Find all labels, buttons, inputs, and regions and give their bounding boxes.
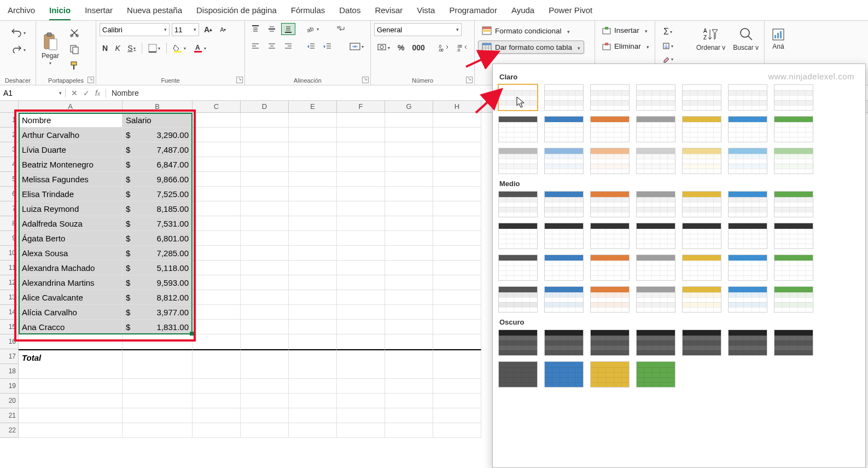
column-header-C[interactable]: C xyxy=(193,101,241,112)
column-header-F[interactable]: F xyxy=(337,101,385,112)
cell-A8[interactable]: Adalfreda Souza xyxy=(19,216,123,231)
number-format-select[interactable]: General▾ xyxy=(374,23,462,36)
cell-B6[interactable]: $7,525.00 xyxy=(123,187,193,201)
table-style-swatch[interactable] xyxy=(728,84,767,111)
table-style-swatch[interactable] xyxy=(590,84,630,111)
cell-B4[interactable]: $6,847.00 xyxy=(123,157,193,172)
cell-A9[interactable]: Ágata Berto xyxy=(19,231,123,246)
column-header-D[interactable]: D xyxy=(241,101,289,112)
table-style-swatch[interactable] xyxy=(682,191,721,217)
cell-A11[interactable]: Alexandra Machado xyxy=(19,261,123,275)
row-header-2[interactable]: 2 xyxy=(0,128,19,142)
table-style-swatch[interactable] xyxy=(498,330,538,356)
table-style-swatch[interactable] xyxy=(682,223,721,249)
table-style-swatch[interactable] xyxy=(544,84,584,111)
format-painter-button[interactable] xyxy=(67,59,82,72)
row-header-16[interactable]: 16 xyxy=(0,334,19,349)
cell-A17-total[interactable]: Total xyxy=(19,349,123,364)
menu-tab-ayuda[interactable]: Ayuda xyxy=(511,3,534,20)
menu-tab-inicio[interactable]: Inicio xyxy=(49,3,71,20)
menu-tab-vista[interactable]: Vista xyxy=(417,3,435,20)
table-style-swatch[interactable] xyxy=(636,361,675,388)
decrease-indent-button[interactable] xyxy=(304,41,318,53)
table-style-swatch[interactable] xyxy=(636,330,675,356)
table-style-swatch[interactable] xyxy=(774,223,813,249)
table-style-swatch[interactable] xyxy=(544,286,584,313)
table-style-swatch[interactable] xyxy=(728,286,767,313)
cell-B10[interactable]: $7,285.00 xyxy=(123,246,193,261)
menu-tab-datos[interactable]: Datos xyxy=(339,3,360,20)
table-style-swatch[interactable] xyxy=(636,116,675,142)
cell-B2[interactable]: $3,290.00 xyxy=(123,128,193,142)
clipboard-launcher[interactable]: ↘ xyxy=(88,77,94,83)
table-style-swatch[interactable] xyxy=(544,255,584,281)
row-header-17[interactable]: 17 xyxy=(0,349,19,364)
table-style-swatch[interactable] xyxy=(498,116,538,142)
align-left-button[interactable] xyxy=(248,41,263,53)
row-header-3[interactable]: 3 xyxy=(0,142,19,157)
clear-button[interactable] xyxy=(659,54,677,65)
column-header-B[interactable]: B xyxy=(123,101,193,112)
increase-decimal-button[interactable]: .0.00 xyxy=(435,42,452,54)
accept-formula-button[interactable]: ✓ xyxy=(83,89,90,97)
table-style-swatch[interactable] xyxy=(682,330,721,356)
table-style-swatch[interactable] xyxy=(728,148,767,174)
cell-B3[interactable]: $7,487.00 xyxy=(123,142,193,157)
align-center-button[interactable] xyxy=(265,41,279,53)
cell-B15[interactable]: $1,831.00 xyxy=(123,320,193,334)
format-as-table-button[interactable]: Dar formato como tabla xyxy=(478,41,584,54)
table-style-swatch[interactable] xyxy=(590,286,630,313)
orientation-button[interactable]: ab xyxy=(304,23,322,35)
font-launcher[interactable]: ↘ xyxy=(236,77,243,83)
cell-A6[interactable]: Elisa Trindade xyxy=(19,187,123,201)
cell-B7[interactable]: $8,185.00 xyxy=(123,201,193,216)
borders-button[interactable] xyxy=(145,42,163,54)
cell-A13[interactable]: Alice Cavalcante xyxy=(19,290,123,305)
analyze-data-button[interactable]: Aná xyxy=(769,26,788,51)
font-name-select[interactable]: Calibri▾ xyxy=(100,23,170,36)
cell-A15[interactable]: Ana Cracco xyxy=(19,320,123,334)
table-style-swatch[interactable] xyxy=(728,330,767,356)
cell-B13[interactable]: $8,812.00 xyxy=(123,290,193,305)
menu-tab-revisar[interactable]: Revisar xyxy=(375,3,403,20)
fill-color-button[interactable] xyxy=(170,42,189,55)
row-header-12[interactable]: 12 xyxy=(0,275,19,290)
table-style-swatch[interactable] xyxy=(590,361,630,388)
menu-tab-power-pivot[interactable]: Power Pivot xyxy=(549,3,592,20)
align-bottom-button[interactable] xyxy=(281,23,295,35)
cell-A7[interactable]: Luiza Reymond xyxy=(19,201,123,216)
cell-A1[interactable]: Nombre xyxy=(19,113,123,128)
cut-button[interactable] xyxy=(67,26,82,39)
row-header-21[interactable]: 21 xyxy=(0,408,19,423)
font-color-button[interactable]: A xyxy=(190,42,209,55)
menu-tab-fórmulas[interactable]: Fórmulas xyxy=(291,3,325,20)
table-style-swatch[interactable] xyxy=(728,116,767,142)
row-header-11[interactable]: 11 xyxy=(0,261,19,275)
copy-button[interactable] xyxy=(67,43,82,56)
menu-tab-archivo[interactable]: Archivo xyxy=(8,3,35,20)
table-style-swatch[interactable] xyxy=(774,116,813,142)
percent-button[interactable]: % xyxy=(395,42,407,54)
row-header-5[interactable]: 5 xyxy=(0,172,19,187)
menu-tab-insertar[interactable]: Insertar xyxy=(85,3,113,20)
row-header-6[interactable]: 6 xyxy=(0,187,19,201)
table-style-swatch[interactable] xyxy=(774,255,813,281)
table-style-swatch[interactable] xyxy=(682,255,721,281)
select-all-corner[interactable] xyxy=(0,101,19,112)
table-style-swatch[interactable] xyxy=(590,223,630,249)
table-style-swatch[interactable] xyxy=(774,286,813,313)
table-style-swatch[interactable] xyxy=(544,116,584,142)
table-style-swatch[interactable] xyxy=(728,223,767,249)
cancel-formula-button[interactable]: ✕ xyxy=(71,89,78,97)
table-style-swatch[interactable] xyxy=(498,286,538,313)
column-header-A[interactable]: A xyxy=(19,101,123,112)
column-header-G[interactable]: G xyxy=(385,101,433,112)
table-style-swatch[interactable] xyxy=(590,255,630,281)
table-style-swatch[interactable] xyxy=(590,116,630,142)
table-style-swatch[interactable] xyxy=(682,84,721,111)
fill-button[interactable] xyxy=(659,41,677,51)
cell-A14[interactable]: Alícia Carvalho xyxy=(19,305,123,320)
number-launcher[interactable]: ↘ xyxy=(466,77,473,83)
decrease-font-button[interactable]: A▾ xyxy=(217,24,229,35)
undo-button[interactable] xyxy=(8,26,28,39)
